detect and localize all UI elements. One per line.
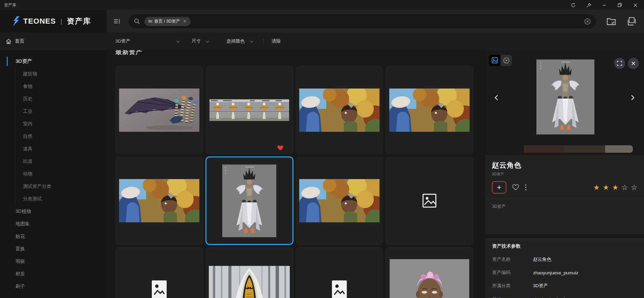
color-filter-label: 选择颜色 [226, 38, 245, 44]
star-empty-icon[interactable]: ☆ [555, 296, 560, 298]
asset-tile[interactable] [385, 66, 473, 154]
asset-rating[interactable]: ★★★☆☆ [593, 183, 637, 192]
add-to-collection-button[interactable]: + [492, 181, 506, 194]
clear-search-icon[interactable] [584, 18, 591, 25]
nav-home[interactable]: 首页 [0, 32, 107, 50]
star-filled-icon[interactable]: ★ [603, 183, 609, 192]
tech-param-row: 星级★★★☆☆ [492, 296, 637, 298]
favorite-heart-icon[interactable] [277, 145, 283, 151]
close-panel-button[interactable] [628, 58, 639, 69]
asset-tile[interactable] [115, 156, 203, 245]
asset-library-window: 资产库 [0, 0, 644, 298]
star-filled-icon[interactable]: ★ [593, 183, 600, 192]
minimize-icon[interactable] [601, 2, 607, 8]
movie-still-thumbnail [389, 89, 470, 132]
sidebar-item[interactable]: 置换 [0, 243, 107, 255]
sidebar-subitem[interactable]: 建筑物 [15, 68, 107, 80]
star-empty-icon[interactable]: ☆ [631, 183, 637, 192]
asset-tile[interactable] [385, 156, 473, 245]
more-options-button[interactable] [525, 184, 527, 191]
asset-detail-panel: 赵云角色 3D资产 + [485, 50, 644, 298]
home-icon [6, 39, 11, 44]
panel-view-icon[interactable] [626, 16, 637, 26]
star-empty-icon[interactable]: ☆ [621, 183, 628, 192]
sidebar-subitem[interactable]: 动物 [15, 168, 107, 180]
sidebar-subitem[interactable]: 分类测试 [15, 193, 107, 205]
folder-transfer-icon[interactable] [606, 17, 616, 26]
asset-actions: + [492, 181, 637, 194]
palette-swatch[interactable] [524, 145, 564, 153]
asset-tile[interactable] [296, 156, 384, 245]
video-tab[interactable] [501, 55, 512, 66]
tech-param-value: 3D资产 [533, 283, 548, 289]
sidebar-subitem[interactable]: 街道 [15, 155, 107, 168]
color-filter-dropdown[interactable]: 选择颜色 [226, 38, 252, 44]
palette-swatch[interactable] [564, 145, 605, 153]
kebab-menu-icon [525, 184, 527, 191]
category-filter-dropdown[interactable]: 3D资产 [115, 38, 179, 44]
image-placeholder-icon [332, 280, 347, 298]
sidebar-item[interactable]: 3D植物 [0, 205, 107, 218]
search-input[interactable]: In: 首页 / 3D资产 ✕ [129, 14, 596, 28]
star-filled-icon[interactable]: ★ [540, 296, 545, 298]
sidebar-item[interactable]: 刷子 [0, 280, 107, 293]
asset-tile[interactable] [205, 66, 293, 154]
sidebar-subitem[interactable]: 测试资产分类 [15, 180, 107, 193]
section-divider [485, 234, 644, 238]
search-scope-tag[interactable]: In: 首页 / 3D资产 ✕ [144, 17, 191, 26]
refresh-icon[interactable] [570, 2, 576, 8]
image-icon [492, 57, 498, 64]
brand-name: TEONES [23, 17, 56, 26]
sidebar-item[interactable]: 3D资产 [0, 55, 107, 68]
sidebar-subitem[interactable]: 工业 [15, 105, 107, 118]
favorite-button[interactable] [512, 184, 519, 191]
asset-tile[interactable] [385, 247, 473, 298]
sidebar-subitem[interactable]: 历史 [15, 93, 107, 105]
search-scope-label: In: 首页 / 3D资产 [148, 19, 180, 24]
star-empty-icon[interactable]: ☆ [562, 296, 567, 298]
sidebar-item[interactable]: 贴花 [0, 230, 107, 243]
asset-tile[interactable] [296, 66, 384, 154]
heart-icon [512, 184, 519, 191]
asset-tile[interactable] [115, 247, 203, 298]
sidebar-subitem[interactable]: 道具 [15, 143, 107, 155]
image-placeholder-icon [152, 280, 167, 298]
sidebar-item[interactable]: 地图集 [0, 218, 107, 230]
expand-preview-button[interactable] [614, 58, 625, 69]
next-asset-button[interactable] [628, 93, 637, 102]
color-palette-bar [524, 145, 633, 153]
size-filter-dropdown[interactable]: 尺寸 [192, 38, 208, 44]
asset-preview-image[interactable] [536, 59, 594, 134]
media-type-toggle [489, 55, 512, 66]
sidebar-subitem[interactable]: 食物 [15, 80, 107, 93]
tech-param-label: 星级 [492, 297, 533, 298]
image-tab[interactable] [489, 55, 500, 66]
tech-param-label: 所属分类 [492, 283, 533, 289]
star-filled-icon[interactable]: ★ [548, 296, 553, 298]
asset-grid-area: 最新资产 [107, 50, 485, 298]
close-icon[interactable] [633, 2, 638, 8]
previous-asset-button[interactable] [492, 93, 501, 102]
category-filter-value: 3D资产 [115, 38, 130, 44]
asset-tile[interactable] [115, 66, 203, 154]
sidebar-item[interactable]: 瑕疵 [0, 255, 107, 268]
pin-icon[interactable] [586, 2, 591, 8]
sidebar-subitem[interactable]: 室内 [15, 118, 107, 130]
remove-scope-icon[interactable]: ✕ [183, 19, 187, 24]
clear-filters-button[interactable]: 清除 [272, 38, 281, 44]
restore-icon[interactable] [617, 2, 622, 8]
star-filled-icon[interactable]: ★ [533, 296, 538, 298]
zhaoyun-character-thumbnail [222, 165, 276, 237]
tech-param-rating[interactable]: ★★★☆☆ [533, 296, 567, 298]
chevron-down-icon [176, 39, 180, 43]
palette-swatch[interactable] [605, 145, 633, 153]
star-filled-icon[interactable]: ★ [612, 183, 619, 192]
asset-tile[interactable] [296, 247, 384, 298]
asset-tile[interactable] [205, 156, 293, 245]
collapse-sidebar-icon[interactable] [113, 17, 121, 25]
sidebar: TEONES | 资产库 首页 3D资产建筑物食物历史工业室内自然道具街道动物测… [0, 10, 107, 298]
sidebar-item[interactable]: 材质 [0, 268, 107, 280]
asset-tile[interactable] [205, 247, 293, 298]
sidebar-subitem[interactable]: 自然 [15, 130, 107, 143]
character-turnaround-thumbnail [209, 99, 289, 121]
